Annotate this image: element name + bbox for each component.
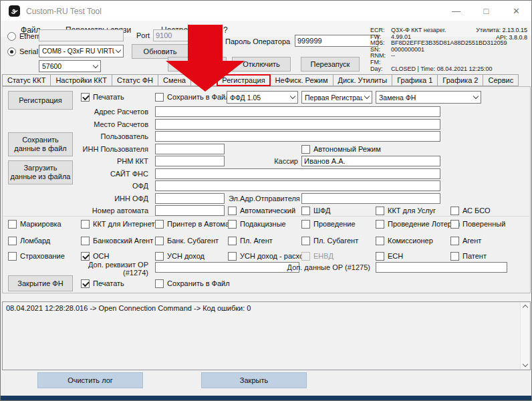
checkbox-label: ОСН — [93, 252, 109, 260]
close-window-button[interactable]: ✕ — [501, 1, 531, 21]
cashier-input[interactable] — [301, 156, 440, 166]
registration-form: Регистрация Печатать Сохранить в Файл ФФ… — [2, 86, 531, 293]
log-panel[interactable]: 08.04.2021 12:28:28.016 -> Open Connecti… — [2, 301, 531, 370]
info-value: CLOSED | Time: 08.04.2021 12:25:00 — [391, 65, 492, 72]
chevron-down-icon — [290, 94, 295, 99]
tab-status-fn[interactable]: Статус ФН — [112, 74, 158, 86]
usn-income-expense-checkbox[interactable]: УСН доход - расход — [228, 251, 307, 261]
ofd-label: ОФД — [61, 182, 148, 190]
machine-number-label: Номер автомата — [61, 207, 148, 215]
tab-service[interactable]: Сервис — [483, 74, 519, 86]
user-inn-input[interactable] — [155, 144, 225, 154]
close-fn-print-checkbox[interactable]: Печатать — [81, 279, 124, 288]
scroll-down-icon[interactable] — [521, 360, 529, 369]
serial-radio-label: Serial — [19, 47, 38, 55]
osn-checkbox[interactable]: ОСН — [81, 251, 109, 261]
printer-in-machine-checkbox[interactable]: Принтер в Автомате — [155, 219, 237, 229]
payment-agent-checkbox[interactable]: Пл. Агент — [228, 236, 273, 245]
info-key: ECR: — [370, 27, 385, 33]
tab-status-kkt[interactable]: Статус ККТ — [2, 74, 51, 86]
tab-disk-utilities[interactable]: Диск. Утилиты — [334, 74, 393, 86]
tab-settings-kkt[interactable]: Настройки ККТ — [51, 74, 112, 86]
lottery-checkbox[interactable]: Проведение Лотереи — [376, 219, 460, 229]
patent-checkbox[interactable]: Патент — [450, 251, 487, 261]
checkbox-label: Ломбард — [20, 237, 50, 245]
checkbox-label: ККТ для Услуг — [388, 207, 436, 215]
machine-number-input[interactable] — [155, 205, 225, 216]
log-scrollbar[interactable] — [520, 303, 529, 369]
agent-checkbox[interactable]: Агент — [450, 236, 481, 245]
address-input[interactable] — [155, 106, 440, 117]
usn-income-checkbox[interactable]: УСН доход — [155, 251, 205, 261]
extra-attr-input[interactable] — [155, 262, 299, 273]
autonomous-mode-checkbox[interactable]: Автономный Режим — [301, 144, 381, 154]
kkt-internet-checkbox[interactable]: ККТ для Интернет — [81, 219, 154, 229]
checkbox-label: Автономный Режим — [313, 145, 381, 153]
esn-checkbox[interactable]: ЕСН — [376, 251, 403, 261]
register-button[interactable]: Регистрация — [8, 91, 73, 110]
close-fn-button[interactable]: Закрытие ФН — [8, 275, 73, 291]
checkbox-box — [228, 237, 237, 245]
window-titlebar: Custom-RU Test Tool — □ ✕ — [1, 1, 531, 21]
minimize-button[interactable]: — — [441, 1, 471, 21]
checkbox-label: Комиссионер — [388, 237, 433, 245]
ofd-inn-input[interactable] — [155, 193, 225, 204]
registration-type-select[interactable]: Первая Регистрация — [301, 91, 372, 104]
clear-log-button[interactable]: Очистить лог — [37, 372, 143, 388]
chevron-down-icon — [364, 94, 370, 99]
marking-checkbox[interactable]: Маркировка — [8, 219, 61, 229]
pawnshop-checkbox[interactable]: Ломбард — [8, 236, 50, 245]
shfd-checkbox[interactable]: ШФД — [301, 206, 331, 215]
ofd-input[interactable] — [155, 180, 440, 191]
place-input[interactable] — [155, 119, 440, 130]
checkbox-label: Пл. Агент — [240, 237, 273, 245]
port-label: Port — [136, 31, 150, 39]
bank-agent-checkbox[interactable]: Банковский Агент — [81, 236, 153, 245]
user-input[interactable] — [155, 131, 440, 142]
checkbox-box — [450, 207, 459, 215]
info-value: BF8D2EFFE3B35D81A88D2551BD312059 — [391, 39, 507, 46]
commissioner-checkbox[interactable]: Комиссионер — [376, 236, 433, 245]
excisable-checkbox[interactable]: Подакцизные — [228, 219, 286, 229]
checkbox-label: ЕНВД — [313, 252, 334, 260]
restart-button[interactable]: Перезапуск — [301, 57, 360, 72]
kkt-services-checkbox[interactable]: ККТ для Услуг — [376, 206, 436, 215]
checkbox-label: Автоматический — [240, 207, 295, 215]
operator-password-input[interactable] — [295, 35, 378, 47]
checkbox-label: Патент — [462, 252, 487, 260]
chevron-down-icon — [473, 94, 479, 99]
bank-subagent-checkbox[interactable]: Банк. Субагент — [155, 236, 219, 245]
maximize-button[interactable]: □ — [471, 1, 501, 21]
com-port-select[interactable]: COM8 - Q3xF RU VIRTUAL COI — [39, 45, 124, 57]
checkbox-box — [155, 279, 164, 288]
gambling-checkbox[interactable]: Проведение — [301, 219, 356, 229]
tab-graphics-1[interactable]: Графика 1 — [392, 74, 438, 86]
insurance-checkbox[interactable]: Страхование — [8, 251, 65, 261]
ethernet-radio[interactable]: Ethern — [7, 31, 41, 41]
fns-site-input[interactable] — [155, 168, 440, 179]
checkbox-label: Агент — [462, 237, 481, 245]
fn-action-select[interactable]: Замена ФН — [376, 91, 481, 104]
checkbox-box — [81, 279, 90, 288]
sender-address-input[interactable] — [301, 193, 440, 204]
fn-action-value: Замена ФН — [379, 94, 416, 102]
app-window: Custom-RU Test Tool — □ ✕ Файл Параметры… — [0, 0, 532, 401]
info-value: 0000000001 — [391, 46, 424, 53]
as-bso-checkbox[interactable]: АС БСО — [450, 206, 490, 215]
rnm-input[interactable] — [155, 156, 225, 166]
close-button[interactable]: Закрыть — [201, 372, 307, 388]
attorney-checkbox[interactable]: Поверенный — [450, 219, 505, 229]
automatic-checkbox[interactable]: Автоматический — [228, 206, 295, 215]
scroll-up-icon[interactable] — [521, 303, 529, 312]
extra-data-input[interactable] — [376, 262, 507, 273]
serial-radio[interactable]: Serial — [7, 47, 38, 56]
checkbox-box — [155, 237, 164, 245]
tab-nonfiscal-mode[interactable]: НеФиск. Режим — [271, 74, 334, 86]
checkbox-box — [228, 207, 237, 215]
print-checkbox[interactable]: Печатать — [81, 92, 124, 102]
payment-subagent-checkbox[interactable]: Пл. Субагент — [301, 236, 358, 245]
baud-rate-select[interactable]: 57600 — [39, 60, 101, 72]
tab-graphics-2[interactable]: Графика 2 — [438, 74, 483, 86]
checkbox-label: АС БСО — [462, 207, 490, 215]
close-fn-save-checkbox[interactable]: Сохранить в Файл — [155, 279, 230, 288]
